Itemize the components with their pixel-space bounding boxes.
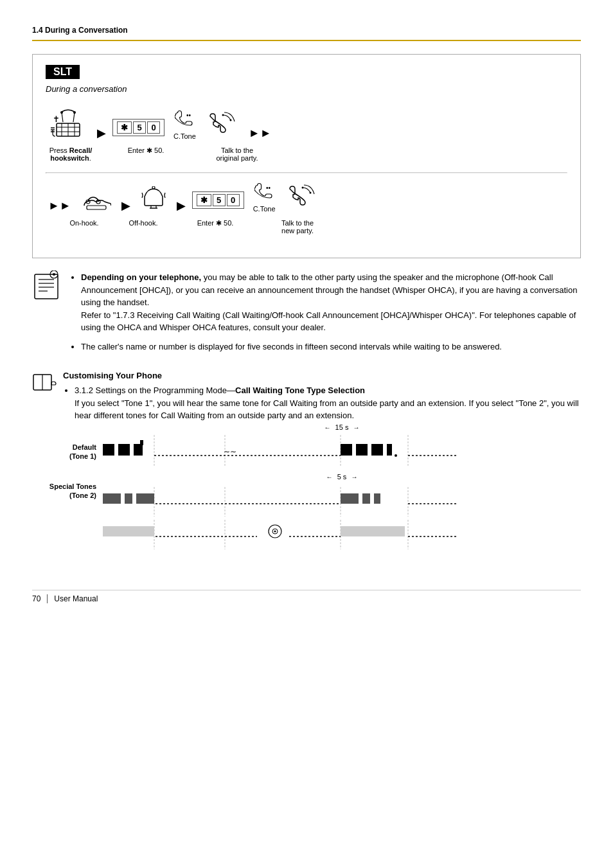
svg-rect-66 <box>103 526 154 536</box>
phone-intercom-icon: ✝ <box>46 107 91 140</box>
svg-rect-54 <box>103 493 121 504</box>
off-hook-icon <box>141 186 166 213</box>
tone-label-default: Default (Tone 1) <box>45 443 96 461</box>
svg-point-69 <box>274 530 276 532</box>
svg-rect-45 <box>356 444 368 456</box>
cap-enter-50-2: Enter ✱ 50. <box>183 219 247 227</box>
note-icon <box>32 271 60 299</box>
handset-ring-icon-1 <box>205 111 237 140</box>
intercom-svg: ✝ <box>50 107 86 140</box>
customise-content: Customising Your Phone 3.1.2 Settings on… <box>63 371 581 426</box>
tone-5s-row: ← 5 s → <box>103 473 581 486</box>
diagram-box: SLT During a conversation ✝ <box>32 54 581 258</box>
svg-rect-59 <box>362 493 370 504</box>
page-number: 70 <box>32 594 40 603</box>
cap-recall: Press Recall/hookswitch. <box>48 146 93 162</box>
footer-divider <box>47 594 48 603</box>
svg-text:✝: ✝ <box>53 114 60 124</box>
arrow-right-1: ▶ <box>97 126 106 140</box>
on-hook-icon <box>82 188 111 213</box>
tone1-svg: ∼∼ <box>103 435 456 467</box>
cap-on-hook: On-hook. <box>65 219 103 227</box>
svg-point-48 <box>395 454 397 457</box>
on-hook-svg <box>82 188 111 211</box>
svg-rect-47 <box>387 444 392 456</box>
cap-talk-new: Talk to thenew party. <box>265 219 330 235</box>
note-text-2: The caller's name or number is displayed… <box>81 342 502 351</box>
svg-rect-40 <box>134 444 143 456</box>
cap-enter-50-1: Enter ✱ 50. <box>114 146 178 155</box>
tone-diagram: Default (Tone 1) ← 15 s → <box>45 435 581 551</box>
header-rule <box>32 40 581 41</box>
tone-visual-special: ← 5 s → <box>103 473 581 551</box>
svg-rect-60 <box>374 493 380 504</box>
note-item-2: The caller's name or number is displayed… <box>81 341 581 353</box>
diagram-row2-captions: On-hook. Off-hook. Enter ✱ 50. Talk to t… <box>46 219 567 235</box>
customise-title: Customising Your Phone <box>63 371 581 380</box>
ctone-label-1: C.Tone <box>173 132 196 140</box>
svg-rect-46 <box>371 444 383 456</box>
tone-special-row1 <box>103 487 581 518</box>
customise-section: Customising Your Phone 3.1.2 Settings on… <box>32 371 581 426</box>
note-item-1: Depending on your telephone, you may be … <box>81 271 581 334</box>
arrow-right-3: ▶ <box>177 199 186 213</box>
ctone-handset-svg-2: •• <box>254 182 274 204</box>
diagram-row1: ✝ ▶ <box>46 107 567 143</box>
customise-text-1: If you select "Tone 1", you will hear th… <box>75 398 579 421</box>
ctone-group-2: •• C.Tone <box>253 182 276 213</box>
cap-talk-original: Talk to theoriginal party. <box>205 146 269 162</box>
tone2-row1-svg <box>103 487 456 517</box>
page-header: 1.4 During a Conversation <box>32 26 581 35</box>
tone-row-default: Default (Tone 1) ← 15 s → <box>45 435 581 469</box>
svg-rect-17 <box>87 206 106 209</box>
handset-ring-svg-2 <box>285 184 317 208</box>
keypad-display-1: ✱ 5 0 <box>112 119 164 136</box>
footer-label: User Manual <box>54 594 98 603</box>
off-hook-svg <box>141 186 166 211</box>
ctone-group-1: •• C.Tone <box>173 110 196 140</box>
slt-label: SLT <box>46 65 80 79</box>
svg-rect-38 <box>103 444 114 456</box>
svg-point-14 <box>229 120 231 121</box>
svg-text:••: •• <box>266 184 271 191</box>
svg-rect-44 <box>341 444 352 456</box>
tone-row-special-wrap: Special Tones (Tone 2) ← 5 s → <box>45 473 581 551</box>
customise-ref-bold: Call Waiting Tone Type Selection <box>235 385 365 395</box>
handset-ring-icon-2 <box>285 184 317 213</box>
svg-point-13 <box>222 114 224 116</box>
svg-text:∼∼: ∼∼ <box>224 447 236 456</box>
cap-off-hook: Off-hook. <box>121 219 165 227</box>
svg-point-24 <box>309 192 311 194</box>
svg-rect-72 <box>341 526 405 536</box>
tone-label-special: Special Tones (Tone 2) <box>45 482 96 500</box>
ctone-handset-svg-1: •• <box>175 110 194 132</box>
key-5-2: 5 <box>213 194 226 206</box>
header-title: 1.4 During a Conversation <box>32 26 128 35</box>
note-content: Depending on your telephone, you may be … <box>69 271 581 359</box>
tone-5s-label: ← 5 s → <box>326 473 358 481</box>
key-0-2: 0 <box>227 194 240 206</box>
arrow-right-2: ▶ <box>121 199 130 213</box>
svg-point-23 <box>301 187 303 189</box>
customise-ref: 3.1.2 Settings on the Programming Mode— <box>75 385 235 395</box>
tone-15s-label: ← 15 s → <box>324 423 360 431</box>
note-bold-1: Depending on your telephone, <box>81 272 201 282</box>
diag-divider <box>46 172 567 173</box>
svg-rect-58 <box>341 493 359 504</box>
svg-rect-56 <box>136 493 154 504</box>
diagram-subtitle: During a conversation <box>46 84 567 94</box>
key-5-1: 5 <box>133 121 146 134</box>
svg-rect-55 <box>125 493 132 504</box>
arrow-dbl-right-1: ►► <box>249 127 272 140</box>
ctone-label-2: C.Tone <box>253 205 276 213</box>
key-asterisk-2: ✱ <box>197 194 211 206</box>
arrow-dbl-right-2: ►► <box>48 199 71 213</box>
customise-icon <box>32 372 57 396</box>
diagram-row1-captions: Press Recall/hookswitch. Enter ✱ 50. Tal… <box>46 146 567 162</box>
svg-text:••: •• <box>186 112 191 119</box>
tone2-row2-svg <box>103 520 456 549</box>
key-0-1: 0 <box>147 121 160 134</box>
note-text-1b: Refer to "1.7.3 Receiving Call Waiting (… <box>81 310 576 333</box>
svg-point-31 <box>53 273 55 276</box>
note-paper-icon <box>32 270 60 300</box>
